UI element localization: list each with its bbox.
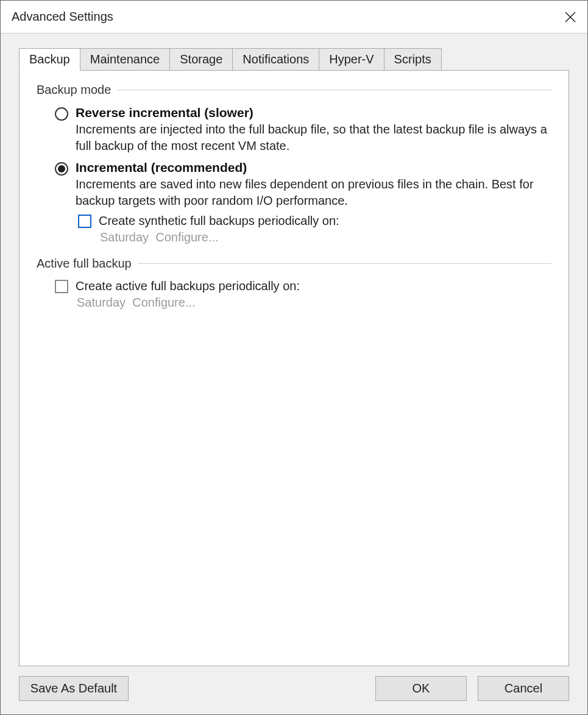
synthetic-schedule-line: Saturday Configure... [37, 230, 551, 244]
group-backup-mode: Backup mode Reverse incremental (slower)… [37, 83, 551, 244]
group-active-full: Active full backup Create active full ba… [37, 257, 551, 310]
radio-reverse-incremental[interactable] [55, 107, 68, 121]
button-bar: Save As Default OK Cancel [1, 666, 587, 714]
group-title-active-full: Active full backup [37, 257, 138, 271]
tab-hyper-v[interactable]: Hyper-V [319, 48, 384, 71]
group-title-backup-mode: Backup mode [37, 83, 117, 97]
checkbox-label: Create active full backups periodically … [68, 279, 300, 293]
radio-incremental[interactable] [55, 162, 68, 176]
divider [138, 263, 551, 264]
advanced-settings-dialog: Advanced Settings Backup Maintenance Sto… [0, 0, 588, 715]
titlebar: Advanced Settings [1, 1, 587, 34]
synthetic-configure-link[interactable]: Configure... [155, 230, 218, 244]
option-description: Increments are injected into the full ba… [76, 121, 551, 154]
save-as-default-button[interactable]: Save As Default [19, 676, 129, 701]
checkbox-label: Create synthetic full backups periodical… [91, 214, 339, 228]
tab-scripts[interactable]: Scripts [384, 48, 442, 71]
checkbox-active-full[interactable] [55, 280, 68, 293]
synthetic-day: Saturday [100, 230, 149, 244]
tab-backup[interactable]: Backup [19, 48, 80, 71]
option-incremental[interactable]: Incremental (recommended) Increments are… [37, 160, 551, 209]
dialog-body: Backup Maintenance Storage Notifications… [1, 34, 587, 666]
tab-notifications[interactable]: Notifications [232, 48, 319, 71]
active-full-schedule-line: Saturday Configure... [37, 296, 551, 310]
close-icon[interactable] [553, 1, 587, 34]
tab-storage[interactable]: Storage [169, 48, 233, 71]
divider [117, 90, 551, 90]
option-title: Reverse incremental (slower) [76, 105, 551, 120]
cancel-button[interactable]: Cancel [478, 676, 569, 701]
active-full-configure-link[interactable]: Configure... [132, 296, 195, 309]
window-title: Advanced Settings [12, 10, 113, 24]
option-description: Increments are saved into new files depe… [76, 176, 551, 209]
synthetic-full-row: Create synthetic full backups periodical… [37, 214, 551, 228]
active-full-row: Create active full backups periodically … [37, 279, 551, 293]
option-reverse-incremental[interactable]: Reverse incremental (slower) Increments … [37, 105, 551, 154]
ok-button[interactable]: OK [375, 676, 467, 701]
tab-strip: Backup Maintenance Storage Notifications… [19, 48, 569, 71]
active-full-day: Saturday [77, 296, 126, 309]
option-title: Incremental (recommended) [76, 160, 551, 175]
tab-maintenance[interactable]: Maintenance [80, 48, 171, 71]
tab-panel-backup: Backup mode Reverse incremental (slower)… [19, 70, 569, 666]
checkbox-synthetic-full[interactable] [78, 215, 91, 228]
